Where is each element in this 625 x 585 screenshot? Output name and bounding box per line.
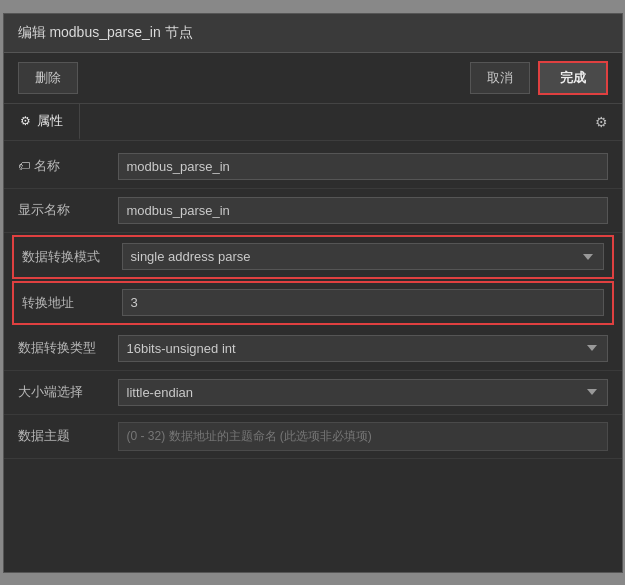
panel-title: 编辑 modbus_parse_in 节点 <box>18 24 193 40</box>
address-label: 转换地址 <box>22 294 122 312</box>
address-row: 转换地址 <box>12 281 614 325</box>
endian-select[interactable]: little-endian big-endian <box>118 379 608 406</box>
tab-properties[interactable]: ⚙ 属性 <box>4 104 80 140</box>
delete-button[interactable]: 删除 <box>18 62 78 94</box>
topic-label: 数据主题 <box>18 427 118 445</box>
endian-row: 大小端选择 little-endian big-endian <box>4 371 622 415</box>
form-area: 🏷 名称 显示名称 数据转换模式 single address parse mu… <box>4 141 622 463</box>
properties-tab-icon: ⚙ <box>20 114 31 128</box>
mode-label: 数据转换模式 <box>22 248 122 266</box>
topic-row: 数据主题 (0 - 32) 数据地址的主题命名 (此选项非必填项) <box>4 415 622 459</box>
tabs-row: ⚙ 属性 ⚙ <box>4 104 622 141</box>
endian-label: 大小端选择 <box>18 383 118 401</box>
display-name-input[interactable] <box>118 197 608 224</box>
name-input[interactable] <box>118 153 608 180</box>
name-row: 🏷 名称 <box>4 145 622 189</box>
topic-placeholder[interactable]: (0 - 32) 数据地址的主题命名 (此选项非必填项) <box>118 422 608 451</box>
toolbar: 删除 取消 完成 <box>4 53 622 104</box>
mode-row: 数据转换模式 single address parse multi addres… <box>12 235 614 279</box>
main-panel: 编辑 modbus_parse_in 节点 删除 取消 完成 ⚙ 属性 ⚙ 🏷 … <box>3 13 623 573</box>
gear-icon: ⚙ <box>595 114 608 130</box>
type-row: 数据转换类型 16bits-unsigned int 16bits-signed… <box>4 327 622 371</box>
settings-icon[interactable]: ⚙ <box>581 106 622 138</box>
type-select[interactable]: 16bits-unsigned int 16bits-signed int 32… <box>118 335 608 362</box>
mode-select[interactable]: single address parse multi address parse <box>122 243 604 270</box>
tab-properties-label: 属性 <box>37 112 63 130</box>
address-input[interactable] <box>122 289 604 316</box>
display-name-row: 显示名称 <box>4 189 622 233</box>
name-icon: 🏷 <box>18 159 30 173</box>
display-name-label: 显示名称 <box>18 201 118 219</box>
cancel-button[interactable]: 取消 <box>470 62 530 94</box>
type-label: 数据转换类型 <box>18 339 118 357</box>
panel-header: 编辑 modbus_parse_in 节点 <box>4 14 622 53</box>
done-button[interactable]: 完成 <box>538 61 608 95</box>
name-label: 🏷 名称 <box>18 157 118 175</box>
